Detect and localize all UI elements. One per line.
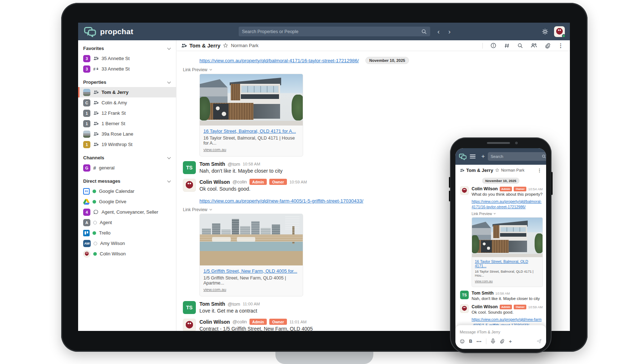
sender-name[interactable]: Tom Smith (472, 291, 494, 296)
global-search-input[interactable] (242, 29, 421, 34)
kebab-icon[interactable]: ⋮ (558, 42, 563, 49)
star-icon[interactable] (495, 168, 499, 172)
sidebar-item-39a-rose[interactable]: 39a Rose Lane (78, 129, 176, 139)
mic-icon[interactable] (491, 338, 495, 344)
sender-name[interactable]: Colin Wilson (199, 179, 230, 185)
paperclip-icon[interactable] (500, 339, 504, 343)
plus-icon[interactable]: + (481, 153, 485, 160)
message-header: Tom Smith @tom 10:58 AM (199, 161, 283, 167)
item-label: Google Drive (99, 199, 126, 204)
phone-message-composer[interactable]: Message #Tom & Jerry B ••• + (455, 325, 546, 349)
sidebar-section-dms[interactable]: Direct messages (78, 173, 176, 186)
sender-name[interactable]: Tom Smith (199, 161, 225, 167)
chevron-down-icon[interactable] (167, 155, 171, 159)
emoji-icon[interactable] (460, 339, 465, 344)
channel-topic[interactable]: Norman Park (501, 168, 525, 172)
sidebar-item-google-calendar[interactable]: Google Calendar (78, 186, 176, 196)
plus-icon[interactable]: + (509, 338, 512, 344)
sidebar-item-12-frank[interactable]: 1 12 Frank St (78, 108, 176, 118)
sidebar-item-agent[interactable]: A Agent (78, 217, 176, 228)
forward-icon[interactable]: › (448, 28, 450, 35)
link-preview-card[interactable]: 1/5 Griffith Street, New Farm, QLD 4005 … (199, 214, 303, 296)
link-preview-label: Link Preview (472, 212, 492, 216)
avatar[interactable] (183, 319, 196, 331)
composer-toolbar: B ••• + (460, 338, 542, 344)
send-icon[interactable] (536, 338, 542, 344)
item-label: 35 Annette St (102, 56, 130, 61)
composer-placeholder[interactable]: Message #Tom & Jerry (460, 330, 542, 334)
sidebar-item-amy-wilson[interactable]: AW Amy Wilson (78, 238, 176, 249)
private-group-icon (93, 100, 99, 105)
chat-header: Tom & Jerry Norman Park (177, 40, 570, 51)
card-domain-link[interactable]: view.com.au (475, 279, 493, 283)
avatar[interactable]: TS (460, 291, 469, 299)
sidebar-item-1-berner[interactable]: 1 1 Berner St (78, 118, 176, 129)
sender-name[interactable]: Colin Wilson (472, 186, 498, 191)
search-icon[interactable] (517, 43, 523, 49)
card-domain-link[interactable]: view.com.au (203, 147, 226, 152)
more-icon[interactable]: ••• (477, 339, 482, 343)
avatar[interactable]: TS (183, 161, 196, 174)
private-group-icon (93, 111, 99, 115)
bold-icon[interactable]: B (469, 339, 472, 344)
members-icon[interactable] (531, 43, 537, 48)
sender-name[interactable]: Tom Smith (199, 301, 225, 307)
message-tom-phone-1: TS Tom Smith 10:58 AM Nah, don't like it… (460, 291, 543, 301)
sidebar-item-tom-jerry[interactable]: Tom & Jerry (78, 87, 176, 97)
avatar[interactable]: TS (183, 301, 196, 314)
sidebar-item-agent-group[interactable]: 4 Agent, Conveyancer, Seller (78, 207, 176, 217)
kebab-icon[interactable]: ⋮ (537, 168, 542, 173)
chevron-down-icon (210, 208, 212, 210)
item-label: Trello (99, 230, 111, 236)
sidebar-item-trello[interactable]: Trello (78, 228, 176, 238)
sidebar-section-channels[interactable]: Channels (78, 150, 176, 163)
property-link[interactable]: https://view.com.au/property/qld/new-far… (199, 198, 363, 204)
sender-name[interactable]: Colin Wilson (472, 304, 498, 309)
sidebar-section-favorites[interactable]: Favorites (78, 40, 176, 53)
private-group-icon (93, 56, 99, 61)
gear-icon[interactable] (541, 28, 549, 35)
offline-dot (94, 242, 97, 245)
hash-icon[interactable] (504, 43, 510, 49)
link-preview-toggle[interactable]: Link Preview (183, 67, 570, 72)
sidebar-item-33-annette[interactable]: 3 # 33 Annette St (78, 64, 176, 74)
card-title-link[interactable]: 16 Taylor Street, Balmoral, QLD 4171 for… (203, 128, 299, 134)
star-icon[interactable] (223, 43, 228, 48)
sidebar-item-general[interactable]: G # general (78, 163, 176, 173)
link-preview-card[interactable]: 16 Taylor Street, Balmoral, QLD 4171... … (472, 217, 543, 287)
info-icon[interactable] (490, 42, 496, 49)
avatar[interactable] (183, 179, 196, 192)
sidebar-item-35-annette[interactable]: 3 35 Annette St (78, 53, 176, 64)
chevron-down-icon[interactable] (167, 179, 171, 182)
link-preview-toggle[interactable]: Link Preview (472, 212, 543, 216)
avatar[interactable] (460, 186, 469, 195)
sender-name[interactable]: Colin Wilson (199, 319, 230, 325)
trello-icon (83, 230, 90, 236)
message-text: Nah, don't like it. Maybe closer to city (472, 296, 540, 301)
chevron-down-icon[interactable] (167, 46, 171, 50)
card-title-link[interactable]: 1/5 Griffith Street, New Farm, QLD 4005 … (203, 268, 299, 274)
sidebar-item-google-drive[interactable]: Google Drive (78, 196, 176, 207)
sidebar-item-19-winthrop[interactable]: 1 19 Winthrop St (78, 139, 176, 150)
phone-search[interactable] (488, 152, 546, 161)
global-search[interactable] (239, 27, 430, 36)
property-link[interactable]: https://view.com.au/property/qld/balmora… (199, 58, 359, 63)
channel-topic[interactable]: Norman Park (231, 43, 258, 48)
user-avatar[interactable] (554, 26, 565, 37)
link-preview-card[interactable]: 16 Taylor Street, Balmoral, QLD 4171 for… (199, 74, 303, 156)
card-domain-link[interactable]: view.com.au (203, 287, 226, 292)
paperclip-icon[interactable] (545, 43, 550, 49)
message-text: Ok cool. Sounds good. (199, 186, 307, 192)
hamburger-menu-icon[interactable] (470, 154, 476, 159)
sidebar-item-colin-amy[interactable]: C Colin & Amy (78, 97, 176, 108)
private-channel-icon: # (93, 67, 99, 71)
property-link[interactable]: https://view.com.au/property/qld/balmora… (472, 199, 542, 210)
phone-search-input[interactable] (491, 154, 542, 159)
sidebar-section-properties[interactable]: Properties (78, 74, 176, 87)
sidebar-item-colin-wilson[interactable]: Colin Wilson (78, 249, 176, 259)
chevron-down-icon[interactable] (167, 80, 171, 83)
card-title-link[interactable]: 16 Taylor Street, Balmoral, QLD 4171... (475, 259, 540, 268)
back-icon[interactable]: ‹ (437, 28, 440, 35)
phone-power-button (551, 172, 553, 195)
avatar[interactable] (460, 304, 469, 313)
